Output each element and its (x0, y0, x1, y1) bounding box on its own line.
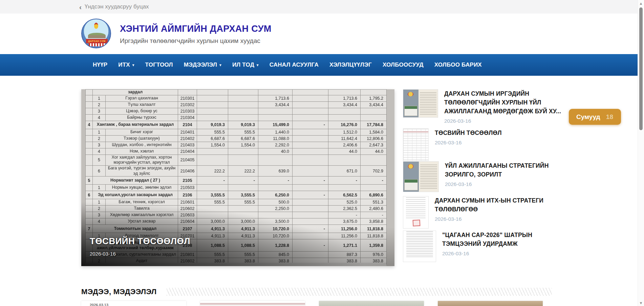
budget-row: 4Байрны түрээс210304 (86, 114, 387, 121)
budget-cell-value (293, 165, 328, 176)
budget-cell-value: 6,250.0 (258, 191, 293, 199)
article-text: ТӨСВИЙН ТӨСӨӨЛӨЛ2026-03-16 (435, 128, 563, 161)
nav-item-0[interactable]: НҮҮР (87, 54, 113, 76)
nav-item-1[interactable]: ИТХ▾ (113, 54, 139, 76)
budget-cell-value: 40.0 (258, 148, 293, 155)
budget-cell-code: 2106 (178, 191, 197, 199)
budget-cell-value: 44.0 (328, 148, 361, 155)
sumuud-button[interactable]: Сумууд 18 (569, 109, 621, 125)
budget-cell-value: 3,434.4 (361, 101, 387, 108)
budget-cell-value: 555.5 (228, 252, 258, 258)
budget-cell-outer-num (86, 185, 93, 191)
budget-row: 7Томилолтын зардал21074,911.34,911.310,7… (86, 225, 387, 233)
budget-cell-value: 1,512.0 (328, 129, 361, 135)
budget-cell-value: 555.5 (228, 129, 258, 135)
budget-cell-code: 2107 (178, 225, 197, 233)
budget-row: 5Нормативт зардал ( 27 )2105------ (86, 176, 387, 185)
news-card-1[interactable] (200, 301, 305, 306)
featured-date: 2026-03-16 (90, 251, 116, 257)
budget-cell-code: 210301 (178, 95, 197, 101)
sidebar-article-0[interactable]: ДАРХАН СУМЫН ИРГЭДИЙН ТӨЛӨӨЛӨГЧДИЙН ХУРЛ… (403, 89, 563, 124)
budget-cell-code: 210603 (178, 212, 197, 218)
budget-cell-value (328, 114, 361, 121)
budget-cell-name: Бага үнэтэй, түргэн элэгдэх, ахуйн эд зү… (106, 165, 178, 176)
budget-cell-value (293, 185, 328, 191)
budget-cell-value: 4,911.3 (197, 225, 228, 233)
budget-cell-value: 3,858.8 (361, 218, 387, 225)
logo-mountain-icon (88, 33, 106, 38)
budget-cell-value: 671.0 (328, 165, 361, 176)
nav-item-3[interactable]: МЭДЭЭЛЭЛ▾ (178, 54, 227, 76)
nav-item-5[interactable]: САНАЛ АСУУЛГА (264, 54, 324, 76)
budget-cell-value (197, 90, 228, 95)
news-card-3[interactable] (438, 301, 543, 306)
scrollbar-up-arrow[interactable]: ▲ (639, 2, 643, 5)
budget-row: 3Шуудан, холбоо , интернэтийн2104031,554… (86, 142, 387, 148)
nav-item-8[interactable]: ХОЛБОО БАРИХ (429, 54, 487, 76)
budget-cell-sub-num: 6 (93, 165, 106, 176)
sidebar-article-1[interactable]: ТӨСВИЙН ТӨСӨӨЛӨЛ2026-03-16 (403, 128, 563, 161)
budget-cell-value: 222.2 (197, 165, 228, 176)
budget-cell-sub-num: 1 (93, 199, 106, 206)
sidebar-article-3[interactable]: ДАРХАН СУМЫН ИТХ-ЫН СТРАТЕГИ ТӨЛӨВЛӨГӨӨ2… (403, 196, 563, 229)
budget-cell-value: 555.5 (197, 252, 228, 258)
featured-title: ТӨСВИЙН ТӨСӨӨЛӨЛ (90, 236, 190, 246)
nav-item-4[interactable]: ИЛ ТОД▾ (227, 54, 264, 76)
budget-cell-value: 3,000.0 (197, 218, 228, 225)
budget-cell-name: Тавилга (106, 206, 178, 212)
budget-cell-outer-num (86, 165, 93, 176)
news-section-heading: МЭДЭЭ, МЭДЭЭЛЭЛ (81, 287, 156, 296)
budget-cell-name: Бичиг хэрэг (106, 129, 178, 135)
chevron-left-icon: ‹ (79, 3, 82, 10)
budget-cell-value (361, 114, 387, 121)
news-card-0[interactable]: 2026.03.13 (81, 301, 186, 306)
budget-cell-name: Багаж, техник, хэрэгсэл (106, 199, 178, 206)
budget-cell-name: Шуудан, холбоо , интернэтийн (106, 142, 178, 148)
nav-item-2[interactable]: ТОГТООЛ (140, 54, 178, 76)
budget-cell-value (361, 90, 387, 95)
budget-cell-value: 3,000.0 (228, 218, 258, 225)
scrollbar-down-arrow[interactable]: ▼ (639, 301, 643, 305)
article-title: ДАРХАН СУМЫН ИТХ-ЫН СТРАТЕГИ ТӨЛӨВЛӨГӨӨ (435, 196, 563, 214)
featured-article-card[interactable]: зардал1Гэрэл цахилгаан2103011,713.61,713… (81, 89, 394, 266)
nav-item-label: МЭДЭЭЛЭЛ (184, 62, 217, 68)
nav-item-7[interactable]: ХОЛБООСУУД (377, 54, 429, 76)
budget-cell-value: 6,687.6 (228, 135, 258, 142)
article-date: 2026-03-16 (435, 216, 563, 222)
article-thumbnail (403, 196, 429, 229)
budget-cell-value (293, 233, 328, 239)
sidebar-article-2[interactable]: ҮЙЛ АЖИЛЛАГААНЫ СТРАТЕГИЙН ЗОРИЛГО, ЗОРИ… (403, 161, 563, 192)
budget-cell-name: Хөдөлмөр хамгааллын хэрэглэл (106, 212, 178, 218)
budget-cell-value: 2,406.6 (328, 142, 361, 148)
budget-cell-name: Томилолтын зардал (93, 225, 178, 233)
news-card-date: 2026.03.13 (90, 303, 108, 306)
budget-cell-value (228, 185, 258, 191)
budget-cell-name: Ном, хэвлэл (106, 148, 178, 155)
scrollbar-thumb[interactable] (639, 7, 643, 130)
budget-cell-value: - (197, 176, 228, 185)
budget-cell-value (258, 108, 293, 114)
nav-item-label: ИЛ ТОД (232, 62, 254, 68)
article-date: 2026-03-16 (442, 251, 563, 257)
budget-cell-outer-num (86, 135, 93, 142)
budget-cell-code: 210801 (178, 252, 197, 258)
budget-cell-name: Тээвэр (шатахуун) (106, 135, 178, 142)
budget-cell-value (258, 155, 293, 165)
budget-cell-code: 210503 (178, 185, 197, 191)
budget-cell-value (293, 142, 328, 148)
budget-cell-value: 555.5 (197, 129, 228, 135)
budget-cell-value: 6,562.5 (328, 191, 361, 199)
nav-item-6[interactable]: ХЭЛЭЛЦҮҮЛЭГ (324, 54, 377, 76)
news-card-2[interactable] (319, 301, 424, 306)
nav-item-label: САНАЛ АСУУЛГА (270, 62, 319, 68)
sidebar-article-4[interactable]: "ЦАГААН САР-2026" ШАТРЫН ТЭМЦЭЭНИЙ УДИРД… (403, 231, 563, 262)
budget-cell-name: зардал (93, 90, 178, 95)
logo-flame-icon (94, 23, 98, 29)
budget-cell-sub-num: 2 (93, 206, 106, 212)
back-to-main-link[interactable]: ‹ Үндсэн хуудасруу буцах (79, 0, 149, 14)
budget-cell-value: 2,250.0 (258, 206, 293, 212)
site-logo-emblem[interactable]: ДАРХАН СУМ (81, 19, 111, 48)
budget-cell-value: - (293, 121, 328, 129)
budget-cell-sub-num: 2 (93, 135, 106, 142)
budget-cell-sub-num: 3 (93, 108, 106, 114)
